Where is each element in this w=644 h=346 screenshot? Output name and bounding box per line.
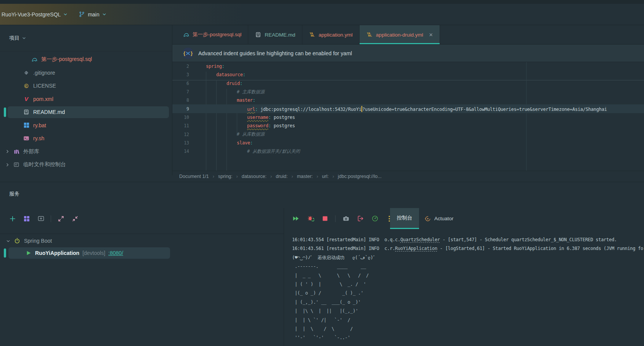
yaml-icon: YAML: [366, 31, 373, 38]
line-text: # 从数据源开关/默认关闭: [247, 148, 300, 155]
port-link[interactable]: :8080/: [108, 250, 123, 256]
breadcrumb-item[interactable]: url:: [322, 174, 329, 179]
power-icon: [14, 237, 21, 244]
tree-item-第一步-postgresql.sql[interactable]: 第一步-postgresql.sql: [0, 53, 172, 66]
line-text: username: postgres: [247, 115, 295, 120]
thread-dump-camera-button[interactable]: [342, 215, 350, 223]
spring-boot-group-label: Spring Boot: [24, 238, 52, 244]
tree-item-LICENSE[interactable]: ©LICENSE: [0, 79, 172, 93]
window-header: RuoYi-Vue3-PostgreSQL main: [0, 4, 644, 25]
startup-banner-line: (♥◠‿◠)ﾉﾞ 若依启动成功 ლ(´ڡ`ლ)ﾞ: [292, 253, 644, 262]
console-toolbar-icons: [292, 208, 393, 229]
spring-boot-group-row[interactable]: Spring Boot: [0, 235, 284, 247]
breadcrumb-item[interactable]: druid:: [276, 174, 287, 179]
license-icon: ©: [23, 82, 30, 89]
services-grid-view-button[interactable]: [22, 215, 31, 223]
actuator-tab-label: Actuator: [434, 216, 453, 221]
breadcrumb: Document 1/1›spring:›datasource:›druid:›…: [172, 171, 644, 182]
tree-item-临时文件和控制台[interactable]: 临时文件和控制台: [0, 158, 172, 171]
tab-actuator[interactable]: Actuator: [424, 208, 453, 229]
code-line-11[interactable]: 11password: postgres: [172, 122, 644, 130]
line-text: url: jdbc:postgresql://localhost:5432/Ru…: [247, 106, 607, 112]
banner-text: Advanced indent guides line highlighting…: [198, 50, 352, 56]
code-line-8[interactable]: 8master:: [172, 96, 644, 104]
console-link[interactable]: QuartzScheduler: [400, 237, 440, 242]
chevron-down-icon: [102, 12, 106, 16]
run-configuration-row[interactable]: RuoYiApplication [devtools] :8080/: [0, 247, 284, 259]
branch-name: main: [88, 11, 99, 18]
debug-restart-button[interactable]: [306, 215, 315, 223]
git-branch-widget[interactable]: main: [78, 11, 106, 18]
row-selection-accent: [4, 107, 6, 117]
run-config-name: RuoYiApplication: [35, 250, 79, 256]
tab-console[interactable]: 控制台: [390, 208, 419, 229]
tree-item-.gitignore[interactable]: .gitignore: [0, 66, 172, 80]
line-text: # 主库数据源: [237, 89, 265, 95]
resume-program-button[interactable]: [292, 215, 300, 223]
line-number: 13: [172, 140, 189, 146]
line-text: master:: [237, 98, 255, 103]
breadcrumb-separator: ›: [316, 174, 318, 179]
tree-item-README.md[interactable]: README.md: [0, 106, 172, 119]
console-link[interactable]: RuoYiApplication: [395, 246, 437, 251]
code-line-6[interactable]: 6druid:: [172, 79, 644, 88]
editor-tab-README.md[interactable]: README.md: [248, 25, 302, 44]
editor-tab-application-druid.yml[interactable]: YAMLapplication-druid.yml✕: [360, 25, 440, 44]
ascii-art-line: | | \ / \ /: [292, 325, 644, 333]
breadcrumb-item[interactable]: Document 1/1: [179, 174, 209, 179]
collapse-all-button[interactable]: [71, 215, 79, 223]
tree-item-label: .gitignore: [33, 70, 55, 76]
code-line-7[interactable]: 7# 主库数据源: [172, 88, 644, 96]
ascii-art-line: | (_,_).' __ ___(_ o _)': [292, 298, 644, 307]
git-branch-icon: [78, 11, 85, 18]
breadcrumb-item[interactable]: jdbc:postgresql://lo...: [338, 174, 382, 179]
code-line-13[interactable]: 13slave:: [172, 139, 644, 147]
line-number: 14: [172, 149, 189, 154]
add-service-button[interactable]: [8, 215, 17, 223]
tree-item-外部库[interactable]: 外部库: [0, 145, 172, 159]
tab-label: README.md: [265, 32, 295, 38]
ascii-art-line: .-------. ____ __: [292, 262, 644, 271]
line-number: 2: [172, 64, 189, 69]
add-tab-button[interactable]: [37, 215, 45, 223]
code-line-14[interactable]: 14# 从数据源开关/默认关闭: [172, 147, 644, 155]
project-panel-header[interactable]: 项目: [0, 25, 172, 51]
breadcrumb-item[interactable]: datasource:: [242, 174, 267, 179]
line-text: druid:: [226, 81, 243, 86]
chevron-down-icon: [6, 239, 10, 243]
breadcrumb-item[interactable]: master:: [297, 174, 313, 179]
code-line-9[interactable]: 9url: jdbc:postgresql://localhost:5432/R…: [172, 104, 644, 113]
tab-label: application.yml: [319, 32, 353, 38]
book-icon: [255, 31, 262, 38]
code-line-12[interactable]: 12# 从库数据源: [172, 130, 644, 138]
line-text: password: postgres: [247, 123, 295, 128]
line-number: 6: [172, 81, 189, 86]
actuator-icon: [424, 215, 431, 222]
gitignore-icon: [23, 69, 30, 76]
project-panel-title: 项目: [9, 35, 19, 42]
breadcrumb-item[interactable]: spring:: [218, 174, 233, 179]
code-editor[interactable]: 2spring:3datasource:6druid:7# 主库数据源8mast…: [172, 62, 644, 171]
code-lines: 2spring:3datasource:6druid:7# 主库数据源8mast…: [172, 62, 644, 155]
expand-all-button[interactable]: [57, 215, 65, 223]
editor-tab-application.yml[interactable]: YAMLapplication.yml: [302, 25, 360, 44]
code-line-10[interactable]: 10username: postgres: [172, 113, 644, 122]
toolbar-divider: [51, 215, 51, 222]
exit-disconnect-button[interactable]: [356, 215, 365, 223]
tree-item-pom.xml[interactable]: Vpom.xml: [0, 93, 172, 106]
code-line-2[interactable]: 2spring:: [172, 62, 644, 70]
line-text: # 从库数据源: [237, 131, 265, 138]
editor-tab-第一步-postgresql.sql[interactable]: 第一步-postgresql.sql: [176, 25, 248, 44]
code-line-3[interactable]: 3datasource:: [172, 70, 644, 79]
stop-button[interactable]: [321, 215, 329, 223]
close-icon[interactable]: ✕: [429, 32, 433, 38]
tree-item-ry.sh[interactable]: ry.sh: [0, 132, 172, 145]
line-text: datasource:: [216, 72, 246, 77]
ide-window: RuoYi-Vue3-PostgreSQL main 项目 第一步-postgr…: [0, 0, 644, 346]
tab-label: application-druid.yml: [376, 32, 423, 38]
overview-gauge-button[interactable]: [371, 215, 379, 223]
ascii-art-line: ''-' `'-' `-..-': [292, 333, 644, 342]
project-widget[interactable]: RuoYi-Vue3-PostgreSQL: [2, 11, 67, 18]
console-log[interactable]: 16:01:43.554 [restartedMain] INFO o.q.c.…: [284, 229, 644, 346]
tree-item-ry.bat[interactable]: ry.bat: [0, 119, 172, 132]
